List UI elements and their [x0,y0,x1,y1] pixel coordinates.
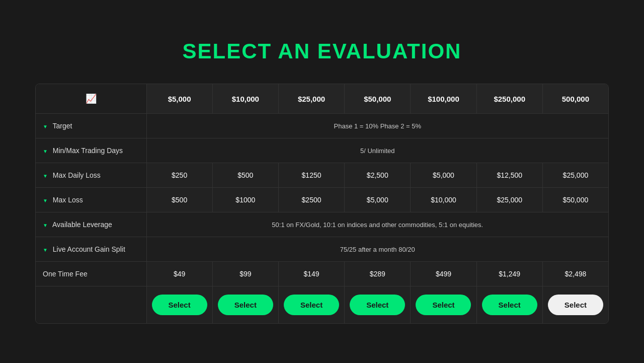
leverage-arrow: ▼ [43,223,48,228]
select-button-250k[interactable]: Select [482,295,537,315]
fee-label: One Time Fee [36,262,146,286]
trading-days-label: ▼ Min/Max Trading Days [36,138,146,163]
trading-days-value: 5/ Unlimited [146,138,608,163]
select-cell-5k: Select [146,286,212,324]
select-cell-50k: Select [345,286,411,324]
leverage-value: 50:1 on FX/Gold, 10:1 on indices and oth… [146,212,608,237]
select-cell-100k: Select [411,286,476,324]
select-cell-25k: Select [278,286,344,324]
fee-row: One Time Fee $49 $99 $149 $289 $499 $1,2… [36,262,608,286]
select-button-25k[interactable]: Select [284,295,339,315]
select-empty-cell [36,286,146,324]
max-loss-50k: $5,000 [345,188,411,212]
max-daily-loss-5k: $250 [146,163,212,188]
max-daily-loss-arrow: ▼ [43,173,48,179]
max-daily-loss-row: ▼ Max Daily Loss $250 $500 $1250 $2,500 … [36,163,608,188]
max-daily-loss-label: ▼ Max Daily Loss [36,163,146,188]
select-button-50k[interactable]: Select [350,295,405,315]
max-daily-loss-10k: $500 [212,163,278,188]
fee-50k: $289 [345,262,411,286]
select-row: Select Select Select Select Select Selec… [36,286,608,324]
target-row: ▼ Target Phase 1 = 10% Phase 2 = 5% [36,114,608,138]
target-arrow: ▼ [43,124,48,129]
select-button-500k[interactable]: Select [548,295,603,315]
gain-split-arrow: ▼ [43,247,48,253]
select-cell-500k: Select [542,286,608,324]
max-loss-5k: $500 [146,188,212,212]
col-header-5k: $5,000 [146,84,212,114]
max-loss-100k: $10,000 [411,188,476,212]
max-daily-loss-100k: $5,000 [411,163,476,188]
max-loss-row: ▼ Max Loss $500 $1000 $2500 $5,000 $10,0… [36,188,608,212]
max-daily-loss-50k: $2,500 [345,163,411,188]
max-loss-arrow: ▼ [43,198,48,203]
fee-10k: $99 [212,262,278,286]
evaluation-table: 📈 $5,000 $10,000 $25,000 $50,000 $100,00… [35,84,609,324]
gain-split-row: ▼ Live Account Gain Split 75/25 after a … [36,237,608,262]
select-cell-250k: Select [476,286,542,324]
select-button-100k[interactable]: Select [416,295,471,315]
col-header-500k: 500,000 [542,84,608,114]
max-loss-label: ▼ Max Loss [36,188,146,212]
target-label: ▼ Target [36,114,146,138]
max-loss-25k: $2500 [278,188,344,212]
fee-250k: $1,249 [476,262,542,286]
chart-icon: 📈 [86,94,97,104]
col-header-25k: $25,000 [278,84,344,114]
gain-split-value: 75/25 after a month 80/20 [146,237,608,262]
col-header-100k: $100,000 [411,84,476,114]
header-icon-cell: 📈 [36,84,146,114]
select-cell-10k: Select [212,286,278,324]
max-daily-loss-250k: $12,500 [476,163,542,188]
select-button-5k[interactable]: Select [152,295,207,315]
trading-days-row: ▼ Min/Max Trading Days 5/ Unlimited [36,138,608,163]
col-header-10k: $10,000 [212,84,278,114]
trading-days-arrow: ▼ [43,149,48,154]
col-header-250k: $250,000 [476,84,542,114]
fee-5k: $49 [146,262,212,286]
leverage-label: ▼ Available Leverage [36,212,146,237]
col-header-50k: $50,000 [345,84,411,114]
max-daily-loss-25k: $1250 [278,163,344,188]
fee-25k: $149 [278,262,344,286]
target-value: Phase 1 = 10% Phase 2 = 5% [146,114,608,138]
select-button-10k[interactable]: Select [218,295,273,315]
fee-500k: $2,498 [542,262,608,286]
max-daily-loss-500k: $25,000 [542,163,608,188]
max-loss-500k: $50,000 [542,188,608,212]
leverage-row: ▼ Available Leverage 50:1 on FX/Gold, 10… [36,212,608,237]
max-loss-250k: $25,000 [476,188,542,212]
max-loss-10k: $1000 [212,188,278,212]
gain-split-label: ▼ Live Account Gain Split [36,237,146,262]
page-title: SELECT AN EVALUATION [183,39,462,63]
fee-100k: $499 [411,262,476,286]
